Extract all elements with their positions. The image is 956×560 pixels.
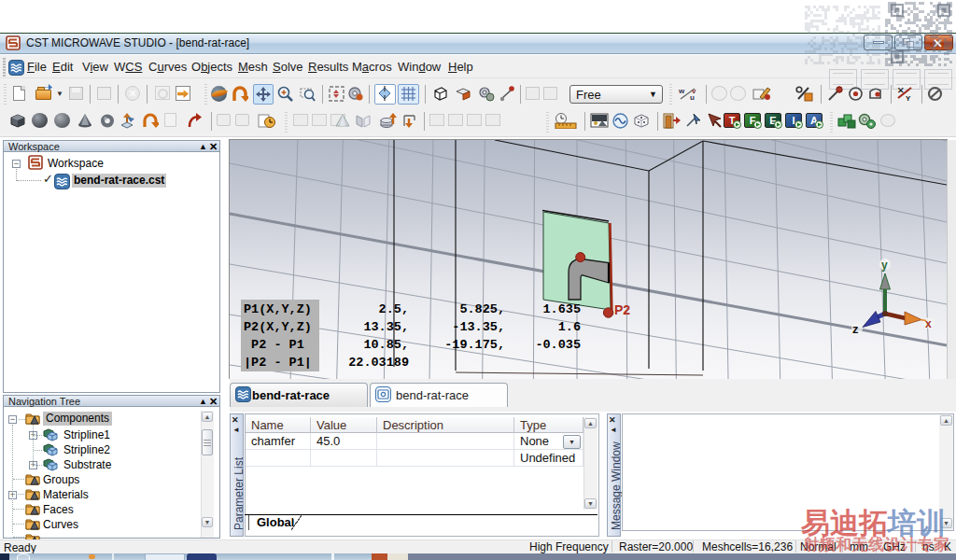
svg-text:w: w <box>678 87 685 95</box>
svg-text:-19.175,: -19.175, <box>444 338 505 352</box>
svg-text:10.85,: 10.85, <box>363 338 409 352</box>
svg-text:P2(X,Y,Z): P2(X,Y,Z) <box>244 320 312 334</box>
svg-text:2.5,: 2.5, <box>379 302 409 316</box>
svg-text:|P2 - P1|: |P2 - P1| <box>244 356 312 370</box>
svg-text:-0.035: -0.035 <box>535 338 581 352</box>
svg-text:v: v <box>692 87 696 95</box>
svg-text:P2: P2 <box>614 302 630 317</box>
svg-text:1.635: 1.635 <box>542 302 581 316</box>
svg-text:y: y <box>881 259 888 272</box>
svg-text:P1(X,Y,Z): P1(X,Y,Z) <box>244 302 312 316</box>
svg-text:Y: Y <box>906 94 911 102</box>
svg-text:-13.35,: -13.35, <box>452 320 505 334</box>
svg-text:5.825,: 5.825, <box>459 302 505 316</box>
svg-text:z: z <box>852 322 859 336</box>
svg-text:1.6: 1.6 <box>558 320 581 334</box>
svg-text:13.35,: 13.35, <box>363 320 409 334</box>
svg-text:x: x <box>925 317 932 330</box>
svg-text:P2 - P1: P2 - P1 <box>244 338 304 352</box>
svg-text:22.03189: 22.03189 <box>348 356 409 370</box>
